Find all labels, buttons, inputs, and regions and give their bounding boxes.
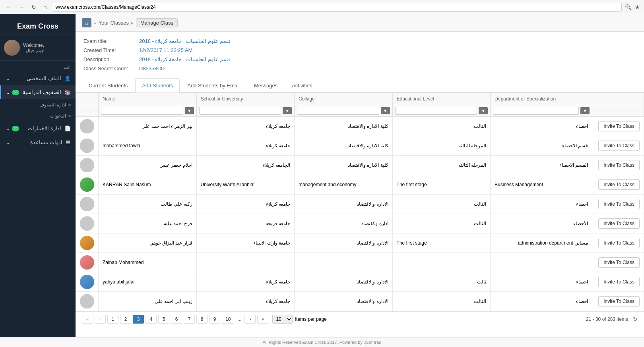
page-2-button[interactable]: 2 xyxy=(120,315,131,324)
last-page-button[interactable]: » xyxy=(257,315,268,324)
invite-to-class-button[interactable]: Invite To Class xyxy=(598,296,640,307)
invite-to-class-button[interactable]: Invite To Class xyxy=(598,141,640,151)
page-8-button[interactable]: 8 xyxy=(196,315,208,324)
invite-to-class-button[interactable]: Invite To Class xyxy=(598,179,640,190)
invite-to-class-button[interactable]: Invite To Class xyxy=(598,277,640,287)
sidebar-item-profile[interactable]: 👤 الملف الشخصي ⌄ xyxy=(0,71,76,85)
filter-dept-button[interactable]: ▼ xyxy=(580,107,590,114)
user-icon: 👤 xyxy=(64,75,71,81)
forward-button[interactable]: → xyxy=(17,3,26,11)
invite-cell: Invite To Class xyxy=(592,292,644,311)
invite-to-class-button[interactable]: Invite To Class xyxy=(598,257,640,268)
student-name: احلام جعفر عبس xyxy=(99,156,197,175)
page-10-button[interactable]: 10 xyxy=(222,315,234,324)
tab-add-students-email[interactable]: Add Students by Email xyxy=(180,78,246,93)
tab-messages[interactable]: Messages xyxy=(247,78,284,93)
student-school: جامعه كربلاء xyxy=(196,136,295,156)
first-page-button[interactable]: « xyxy=(82,315,93,324)
filter-collage-input[interactable] xyxy=(297,107,379,115)
student-avatar-cell xyxy=(76,253,99,272)
reload-button[interactable]: ↻ xyxy=(29,3,38,11)
filter-name-input[interactable] xyxy=(101,107,183,115)
avatar xyxy=(80,177,94,192)
table-row: mohammed fawziجامعه كربلاءكلية الاداره و… xyxy=(76,136,644,156)
invite-to-class-button[interactable]: Invite To Class xyxy=(598,238,640,248)
avatar xyxy=(4,40,20,56)
sidebar-item-exams[interactable]: 📄 ادارة الاختبارات 2 ⌄ xyxy=(0,121,76,135)
per-page-select[interactable]: 10 25 50 100 xyxy=(272,315,293,324)
student-level: الثالث xyxy=(392,292,491,311)
page-7-button[interactable]: 7 xyxy=(184,315,195,324)
page-4-button[interactable]: 4 xyxy=(145,315,157,324)
breadcrumb-your-classes[interactable]: Your Classes xyxy=(99,20,129,26)
sidebar-item-tools[interactable]: 🏛 ادوات مساعدة ⌄ xyxy=(0,135,76,149)
filter-level-button[interactable]: ▼ xyxy=(479,107,488,114)
student-dept: احصاء xyxy=(491,195,592,214)
sidebar-sub-label-manage: ادارة الصفوف xyxy=(39,102,66,108)
exam-title-label: Exam title: xyxy=(83,38,139,44)
sidebar-item-manage-classes[interactable]: ادارة الصفوف xyxy=(0,99,76,110)
invite-cell: Invite To Class xyxy=(592,175,644,195)
tab-activities[interactable]: Activities xyxy=(285,78,319,93)
student-level: ثالث xyxy=(392,272,491,292)
page-3-button[interactable]: 3 xyxy=(133,315,144,324)
sidebar-item-label-exams: ادارة الاختبارات xyxy=(28,125,61,131)
filter-school-button[interactable]: ▼ xyxy=(283,107,292,114)
filter-school-input[interactable] xyxy=(199,107,281,115)
sidebar-item-invitations[interactable]: الدعوات xyxy=(0,110,76,121)
filter-name-button[interactable]: ▼ xyxy=(185,107,194,114)
home-button[interactable]: ⌂ xyxy=(41,3,48,11)
invite-cell: Invite To Class xyxy=(592,117,644,136)
student-dept: احصاء xyxy=(491,292,592,311)
info-row-exam-title: Exam title: قسم علوم الحاسبات . جامعة كر… xyxy=(83,37,636,46)
filter-dept-input[interactable] xyxy=(493,107,579,115)
table-row: بير الزهراء احمد حمد عليجامعه كربلاءكلية… xyxy=(76,117,644,136)
student-collage: اداره وكقتصاد xyxy=(295,214,393,233)
tab-current-students[interactable]: Current Students xyxy=(82,78,134,93)
chevron-down-icon: ⌄ xyxy=(6,75,10,81)
invite-cell: Invite To Class xyxy=(592,233,644,253)
filter-name-cell: ▼ xyxy=(99,105,197,117)
student-school: جامعه كربلاء xyxy=(196,272,295,292)
description-value: قسم علوم الحاسبات . جامعة كربلاء - 2018 xyxy=(139,56,231,62)
invite-to-class-button[interactable]: Invite To Class xyxy=(598,218,640,229)
student-collage xyxy=(295,253,393,272)
invite-to-class-button[interactable]: Invite To Class xyxy=(598,199,640,209)
search-icon[interactable]: 🔍 xyxy=(625,4,632,10)
table-row: زينب ابي احمد عليجامعه كربلاءالاداره وال… xyxy=(76,292,644,311)
page-5-button[interactable]: 5 xyxy=(158,315,169,324)
filter-collage-button[interactable]: ▼ xyxy=(381,107,390,114)
info-row-secret-code: Class Secret Code: D85358CD xyxy=(83,64,636,73)
table-row: قرار عبد البزاق جوهيجامعة وارث الانبياءا… xyxy=(76,233,644,253)
next-page-button[interactable]: › xyxy=(244,315,256,324)
filter-level-input[interactable] xyxy=(395,107,477,115)
student-name: KARRAR Salih Nasum xyxy=(99,175,197,195)
filter-avatar-cell xyxy=(76,105,99,117)
col-header-school: School or University xyxy=(196,93,295,105)
prev-page-button[interactable]: ‹ xyxy=(95,315,106,324)
student-name: Zainab Mohammed xyxy=(99,253,197,272)
page-ellipsis: ... xyxy=(236,315,243,323)
student-name: زينب ابي احمد علي xyxy=(99,292,197,311)
bookmark-icon[interactable]: ★ xyxy=(635,4,640,10)
col-header-action xyxy=(592,93,644,105)
breadcrumb-home-button[interactable]: ⌂ xyxy=(82,18,91,27)
address-bar[interactable] xyxy=(52,3,622,12)
invite-to-class-button[interactable]: Invite To Class xyxy=(598,121,640,131)
sidebar-item-label-tools: ادوات مساعدة xyxy=(30,139,62,145)
page-1-button[interactable]: 1 xyxy=(107,315,118,324)
sidebar-item-classes[interactable]: 📚 الصفوف الدراسية 2 ⌄ xyxy=(0,85,76,99)
breadcrumb-sep-1: ▸ xyxy=(94,20,96,26)
breadcrumb: ⌂ ▸ Your Classes ▸ Manage Class xyxy=(76,14,644,32)
student-name: mohammed fawzi xyxy=(99,136,197,156)
page-6-button[interactable]: 6 xyxy=(171,315,182,324)
tab-add-students[interactable]: Add Students xyxy=(135,78,180,93)
student-name: فرح احمد عليه xyxy=(99,214,197,233)
refresh-button[interactable]: ↻ xyxy=(633,316,638,322)
back-button[interactable]: ← xyxy=(4,3,14,11)
page-9-button[interactable]: 9 xyxy=(209,315,220,324)
student-avatar-cell xyxy=(76,175,99,195)
invite-to-class-button[interactable]: Invite To Class xyxy=(598,160,640,170)
student-dept: مساني administration department xyxy=(491,233,592,253)
avatar xyxy=(80,216,94,231)
